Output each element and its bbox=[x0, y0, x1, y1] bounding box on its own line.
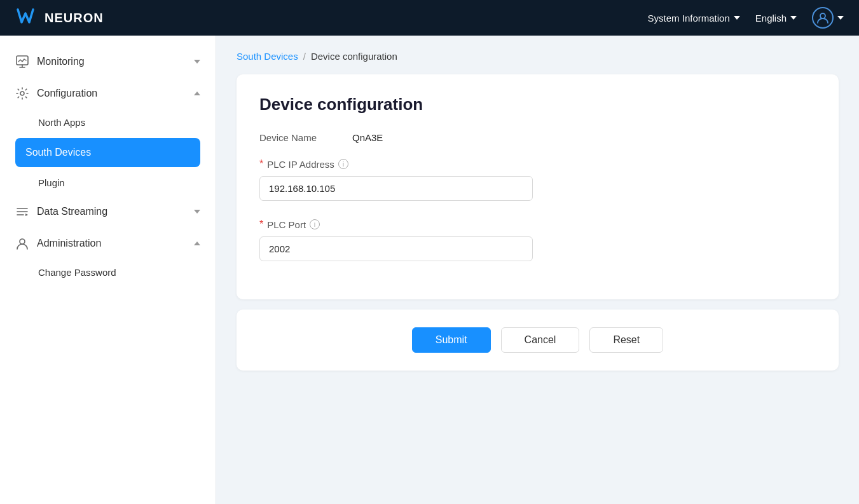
plc-port-required-mark: * bbox=[259, 219, 263, 230]
user-menu[interactable] bbox=[812, 7, 844, 29]
sidebar-item-administration[interactable]: Administration bbox=[0, 228, 216, 259]
sidebar-item-plugin[interactable]: Plugin bbox=[0, 170, 216, 196]
configuration-label: Configuration bbox=[37, 88, 186, 99]
data-streaming-icon bbox=[15, 205, 29, 219]
sidebar: Monitoring Configuration North Apps Sout… bbox=[0, 36, 216, 504]
logo-icon bbox=[15, 4, 38, 32]
plc-port-info-icon[interactable]: i bbox=[310, 219, 320, 229]
logo-area: NEURON bbox=[15, 4, 638, 32]
plugin-label: Plugin bbox=[38, 177, 65, 188]
system-info-chevron-icon bbox=[734, 16, 740, 20]
plc-ip-label-row: * PLC IP Address i bbox=[259, 158, 816, 170]
device-config-card: Device configuration Device Name QnA3E *… bbox=[237, 74, 839, 299]
svg-point-2 bbox=[20, 92, 24, 95]
submit-button[interactable]: Submit bbox=[412, 327, 491, 353]
plc-ip-group: * PLC IP Address i bbox=[259, 158, 816, 201]
monitoring-chevron-icon bbox=[194, 60, 200, 64]
action-card: Submit Cancel Reset bbox=[237, 310, 839, 371]
change-password-label: Change Password bbox=[38, 267, 116, 278]
language-chevron-icon bbox=[790, 16, 797, 20]
svg-point-3 bbox=[20, 239, 25, 244]
reset-button[interactable]: Reset bbox=[589, 327, 663, 353]
svg-point-0 bbox=[820, 13, 825, 18]
header-right: System Information English bbox=[648, 7, 844, 29]
data-streaming-chevron-icon bbox=[194, 210, 200, 214]
system-info-label: System Information bbox=[648, 13, 730, 24]
plc-ip-input[interactable] bbox=[259, 176, 533, 201]
sidebar-item-south-devices[interactable]: South Devices bbox=[15, 138, 200, 167]
breadcrumb: South Devices / Device configuration bbox=[237, 51, 839, 62]
plc-ip-required-mark: * bbox=[259, 158, 263, 170]
language-dropdown[interactable]: English bbox=[755, 13, 797, 24]
app-title: NEURON bbox=[45, 11, 104, 25]
plc-port-label-row: * PLC Port i bbox=[259, 219, 816, 230]
monitoring-icon bbox=[15, 55, 29, 69]
data-streaming-label: Data Streaming bbox=[37, 206, 186, 217]
page-layout: Monitoring Configuration North Apps Sout… bbox=[0, 36, 859, 504]
plc-port-label: PLC Port bbox=[267, 219, 306, 230]
app-header: NEURON System Information English bbox=[0, 0, 859, 36]
monitoring-label: Monitoring bbox=[37, 56, 186, 67]
plc-ip-label: PLC IP Address bbox=[267, 159, 334, 170]
administration-icon bbox=[15, 236, 29, 250]
plc-port-input[interactable] bbox=[259, 236, 533, 261]
configuration-chevron-icon bbox=[194, 92, 200, 95]
sidebar-item-data-streaming[interactable]: Data Streaming bbox=[0, 196, 216, 228]
breadcrumb-current: Device configuration bbox=[311, 51, 397, 62]
south-devices-label: South Devices bbox=[25, 147, 91, 158]
device-name-label: Device Name bbox=[259, 132, 342, 143]
user-chevron-icon bbox=[837, 16, 844, 20]
administration-label: Administration bbox=[37, 238, 186, 249]
device-name-row: Device Name QnA3E bbox=[259, 132, 816, 143]
breadcrumb-parent[interactable]: South Devices bbox=[237, 51, 298, 62]
form-title: Device configuration bbox=[259, 95, 816, 114]
plc-ip-info-icon[interactable]: i bbox=[338, 159, 348, 169]
configuration-icon bbox=[15, 86, 29, 100]
language-label: English bbox=[755, 13, 787, 24]
north-apps-label: North Apps bbox=[38, 117, 85, 128]
sidebar-item-monitoring[interactable]: Monitoring bbox=[0, 46, 216, 78]
device-name-value: QnA3E bbox=[352, 132, 383, 143]
plc-port-group: * PLC Port i bbox=[259, 219, 816, 261]
cancel-button[interactable]: Cancel bbox=[501, 327, 580, 353]
main-content: South Devices / Device configuration Dev… bbox=[216, 36, 859, 504]
breadcrumb-separator: / bbox=[303, 51, 306, 62]
administration-chevron-icon bbox=[194, 242, 200, 245]
user-avatar[interactable] bbox=[812, 7, 834, 29]
sidebar-item-change-password[interactable]: Change Password bbox=[0, 259, 216, 285]
sidebar-item-configuration[interactable]: Configuration bbox=[0, 78, 216, 109]
system-info-dropdown[interactable]: System Information bbox=[648, 13, 740, 24]
sidebar-item-north-apps[interactable]: North Apps bbox=[0, 109, 216, 135]
